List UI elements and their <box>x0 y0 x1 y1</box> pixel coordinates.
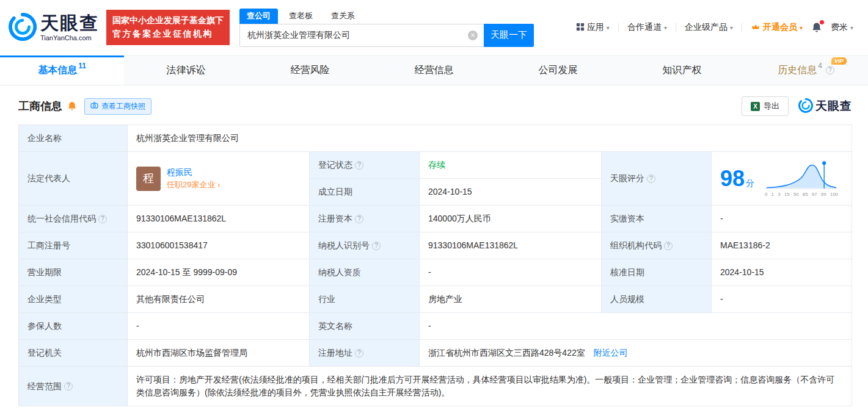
tab-company-development[interactable]: 公司发展 <box>496 56 620 85</box>
search-input[interactable] <box>239 24 484 47</box>
score-axis-ticks: 01 315 5085 9799 100 <box>764 191 839 198</box>
top-nav: 应用 ▾ 合作通道 ▾ 企业级产品 ▾ 开通会员 ▾ <box>576 22 853 33</box>
score-cell: 98分 01 315 5085 <box>712 152 852 206</box>
brand-domain: TianYanCha.com <box>40 34 99 41</box>
search-button[interactable]: 天眼一下 <box>484 24 534 47</box>
table-row: 企业类型 其他有限责任公司 行业 房地产业 人员规模 - <box>19 286 852 313</box>
nav-user-menu[interactable]: 费米 ▾ <box>831 22 853 33</box>
staff-size-value: - <box>712 286 852 313</box>
tab-operating-risk[interactable]: 经营风险 <box>248 56 372 85</box>
nav-partner[interactable]: 合作通道 ▾ <box>627 22 667 33</box>
insured-count-label: 参保人数 <box>19 313 128 340</box>
reg-address-label: 注册地址 ? <box>310 340 420 367</box>
establish-date-label: 成立日期 <box>310 179 420 206</box>
help-icon[interactable]: ? <box>664 242 673 250</box>
nav-apps[interactable]: 应用 ▾ <box>576 22 610 33</box>
legal-rep-cell: 程 程振民 任职29家企业 › <box>128 152 310 206</box>
notification-dot <box>820 20 824 24</box>
business-info-table: 企业名称 杭州浙英企业管理有限公司 法定代表人 程 程振民 任职29家企业 › <box>18 124 852 406</box>
tab-operating-info[interactable]: 经营信息 <box>372 56 496 85</box>
tab-legal-proceedings[interactable]: 法律诉讼 <box>124 56 248 85</box>
nav-divider <box>618 23 619 32</box>
business-scope-label: 经营范围 ? <box>19 367 128 406</box>
table-row: 企业名称 杭州浙英企业管理有限公司 <box>19 125 852 152</box>
nav-divider <box>676 23 676 32</box>
tab-basic-info-label: 基本信息 <box>38 64 77 77</box>
nearby-companies-link[interactable]: 附近公司 <box>594 348 628 358</box>
reg-authority-label: 登记机关 <box>19 340 128 367</box>
business-term-value: 2024-10-15 至 9999-09-09 <box>128 259 310 286</box>
chevron-down-icon: ▾ <box>664 24 667 31</box>
vip-badge: VIP <box>831 57 847 65</box>
top-header: 天眼查 TianYanCha.com 国家中小企业发展子基金旗下 官方备案企业征… <box>0 0 868 55</box>
tab-history-info[interactable]: VIP 历史信息 4 ? <box>744 56 868 85</box>
reg-authority-value: 杭州市西湖区市场监督管理局 <box>128 340 310 367</box>
help-icon[interactable]: ? <box>355 161 363 170</box>
table-row: 工商注册号 330106001538417 纳税人识别号 ? 91330106M… <box>19 232 852 259</box>
export-button-label: 导出 <box>764 101 779 112</box>
reg-capital-label: 注册资本 ? <box>310 206 420 232</box>
industry-label: 行业 <box>310 286 420 313</box>
brand-name: 天眼查 <box>40 13 99 33</box>
tianyancha-logo-icon <box>9 13 37 43</box>
table-row: 经营范围 ? 许可项目：房地产开发经营(依法须经批准的项目，经相关部门批准后方可… <box>19 367 852 406</box>
help-icon[interactable]: ? <box>647 174 655 183</box>
help-icon[interactable]: ? <box>98 215 107 223</box>
reg-address-value: 浙江省杭州市西湖区文三西路428号422室 附近公司 <box>420 340 852 367</box>
notification-bell-icon[interactable] <box>811 22 822 33</box>
staff-size-label: 人员规模 <box>602 286 712 313</box>
nav-username: 费米 <box>831 22 848 33</box>
clear-icon[interactable]: × <box>468 31 478 40</box>
chevron-down-icon: ▾ <box>607 24 610 31</box>
legal-rep-name-link[interactable]: 程振民 <box>167 166 220 179</box>
approval-date-label: 核准日期 <box>602 259 712 286</box>
industry-value: 房地产业 <box>420 286 602 313</box>
chevron-down-icon: ▾ <box>800 24 803 31</box>
help-icon[interactable]: ? <box>372 242 381 250</box>
snapshot-button[interactable]: 查看工商快照 <box>84 98 151 115</box>
search-tab-company[interactable]: 查公司 <box>239 9 278 24</box>
subscribe-bell-icon[interactable] <box>67 101 77 111</box>
legal-rep-positions-link[interactable]: 任职29家企业 › <box>167 179 220 191</box>
certification-line2: 官方备案企业征信机构 <box>112 27 224 41</box>
tianyancha-logo[interactable]: 天眼查 TianYanCha.com <box>9 13 99 43</box>
tab-intellectual-property[interactable]: 知识产权 <box>620 56 744 85</box>
tab-history-count: 4 <box>818 62 822 70</box>
help-icon[interactable]: ? <box>355 215 363 223</box>
taxpayer-quality-value: - <box>420 259 602 286</box>
reg-status-label: 登记状态 ? <box>310 152 420 179</box>
legal-rep-avatar[interactable]: 程 <box>136 167 161 191</box>
org-code-value: MAE13186-2 <box>712 232 852 259</box>
chevron-down-icon: ▾ <box>850 24 853 31</box>
certification-line1: 国家中小企业发展子基金旗下 <box>112 14 224 27</box>
help-icon[interactable]: ? <box>826 66 834 74</box>
english-name-label: 英文名称 <box>310 313 420 340</box>
help-icon[interactable]: ? <box>64 382 73 390</box>
help-icon[interactable]: ? <box>355 349 363 358</box>
table-row: 营业期限 2024-10-15 至 9999-09-09 纳税人资质 - 核准日… <box>19 259 852 286</box>
company-type-value: 其他有限责任公司 <box>128 286 310 313</box>
search-tab-relation[interactable]: 查关系 <box>324 9 362 24</box>
tianyancha-watermark: 天眼查 <box>798 98 852 115</box>
nav-enterprise-products[interactable]: 企业级产品 ▾ <box>685 22 733 33</box>
tianyancha-watermark-text: 天眼查 <box>815 98 852 114</box>
snapshot-button-label: 查看工商快照 <box>101 101 145 112</box>
section-title: 工商信息 <box>18 99 62 113</box>
table-row: 登记机关 杭州市西湖区市场监督管理局 注册地址 ? 浙江省杭州市西湖区文三西路4… <box>19 340 852 367</box>
nav-partner-label: 合作通道 <box>627 22 662 33</box>
reg-status-value: 存续 <box>420 152 602 179</box>
credit-code-value: 91330106MAE131862L <box>128 206 310 232</box>
certification-badge: 国家中小企业发展子基金旗下 官方备案企业征信机构 <box>106 10 230 45</box>
score-curve-chart: 01 315 5085 9799 100 <box>764 159 839 198</box>
export-button[interactable]: X 导出 <box>742 96 789 116</box>
nav-vip-upgrade[interactable]: 开通会员 ▾ <box>751 22 803 33</box>
reg-number-value: 330106001538417 <box>128 232 310 259</box>
tab-basic-info[interactable]: 基本信息 11 <box>0 56 124 85</box>
taxpayer-id-label: 纳税人识别号 ? <box>310 232 420 259</box>
score-value: 98分 <box>720 162 754 195</box>
chevron-down-icon: ▾ <box>730 24 733 31</box>
business-info-section-bar: 工商信息 查看工商快照 X 导出 天眼查 <box>0 85 868 124</box>
apps-grid-icon <box>576 23 585 33</box>
search-tab-boss[interactable]: 查老板 <box>282 9 320 24</box>
legal-rep-label: 法定代表人 <box>19 152 128 206</box>
